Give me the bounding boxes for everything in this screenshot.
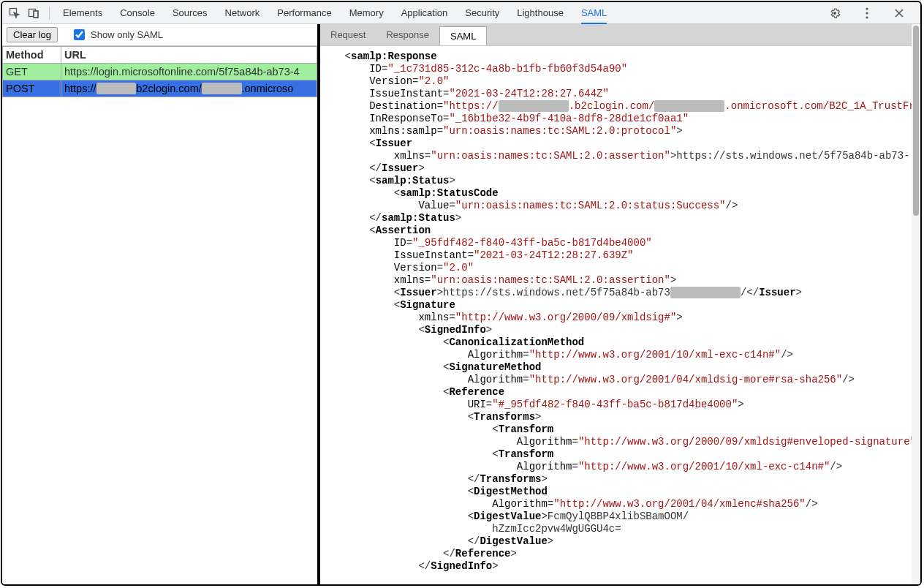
svg-point-5 (866, 12, 868, 14)
kebab-icon[interactable] (859, 5, 875, 21)
col-url: URL (61, 47, 317, 64)
tab-performance[interactable]: Performance (277, 7, 331, 19)
subtab-saml[interactable]: SAML (439, 26, 487, 45)
show-only-saml-label: Show only SAML (91, 29, 163, 40)
tab-elements[interactable]: Elements (63, 7, 102, 19)
subtab-request[interactable]: Request (320, 24, 376, 45)
table-row[interactable]: GET https://login.microsoftonline.com/5f… (3, 64, 317, 80)
scrollbar[interactable] (912, 24, 920, 584)
inspect-icon[interactable] (7, 5, 23, 21)
subtab-response[interactable]: Response (376, 24, 439, 45)
detail-subtabs: Request Response SAML (320, 24, 920, 46)
devtools-topbar: Elements Console Sources Network Perform… (2, 2, 920, 24)
tab-memory[interactable]: Memory (349, 7, 384, 19)
close-icon[interactable] (891, 5, 907, 21)
svg-point-6 (866, 16, 868, 18)
tab-console[interactable]: Console (120, 7, 155, 19)
tab-saml[interactable]: SAML (581, 7, 607, 24)
request-table: Method URL GET https://login.microsofton… (2, 46, 317, 97)
tab-application[interactable]: Application (401, 7, 448, 19)
device-toggle-icon[interactable] (26, 5, 42, 21)
clear-log-button[interactable]: Clear log (7, 27, 58, 42)
request-list-pane: Clear log Show only SAML Method URL GET … (2, 24, 320, 584)
col-method: Method (3, 47, 61, 64)
show-only-saml-toggle[interactable]: Show only SAML (71, 27, 163, 42)
tab-sources[interactable]: Sources (173, 7, 208, 19)
svg-rect-2 (34, 11, 38, 18)
tab-security[interactable]: Security (465, 7, 499, 19)
svg-point-4 (866, 7, 868, 10)
gear-icon[interactable] (827, 5, 843, 21)
tab-network[interactable]: Network (225, 7, 260, 19)
tab-lighthouse[interactable]: Lighthouse (517, 7, 564, 19)
detail-pane: Request Response SAML <samlp:Response ID… (320, 24, 920, 584)
saml-xml-view[interactable]: <samlp:Response ID="_1c731d85-312c-4a8b-… (320, 46, 920, 584)
devtools-tabs: Elements Console Sources Network Perform… (63, 7, 607, 19)
table-row[interactable]: POST https://xxxxxxxb2clogin.com/xxxxxxx… (3, 80, 317, 97)
show-only-saml-checkbox[interactable] (74, 29, 85, 40)
